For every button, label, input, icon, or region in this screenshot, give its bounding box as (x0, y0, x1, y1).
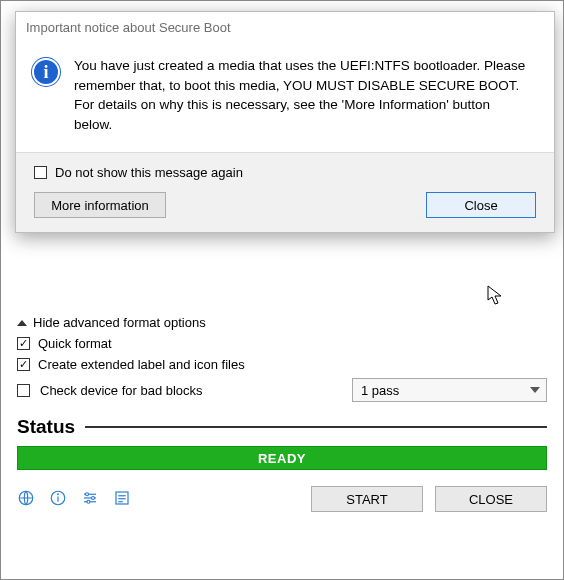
label-bad-blocks: Check device for bad blocks (40, 383, 203, 398)
dialog-close-button[interactable]: Close (426, 192, 536, 218)
toggle-advanced-format[interactable]: Hide advanced format options (17, 315, 547, 330)
svg-point-9 (87, 500, 90, 503)
footer-icons (17, 489, 131, 510)
svg-point-3 (58, 493, 59, 494)
close-button-label: CLOSE (469, 492, 513, 507)
more-information-button[interactable]: More information (34, 192, 166, 218)
dialog-close-label: Close (464, 198, 497, 213)
dialog-title: Important notice about Secure Boot (26, 20, 231, 35)
caret-up-icon (17, 320, 27, 326)
checkbox-bad-blocks[interactable] (17, 384, 30, 397)
status-bar: READY (17, 446, 547, 470)
checkbox-extended-label[interactable] (17, 358, 30, 371)
secure-boot-dialog: Important notice about Secure Boot i You… (15, 11, 555, 233)
dialog-message: You have just created a media that uses … (74, 56, 532, 134)
select-passes[interactable]: 1 pass (352, 378, 547, 402)
information-icon: i (32, 58, 60, 86)
status-heading: Status (17, 416, 75, 438)
svg-point-7 (86, 492, 89, 495)
checkbox-dont-show-again[interactable] (34, 166, 47, 179)
svg-point-8 (92, 496, 95, 499)
globe-icon[interactable] (17, 489, 35, 510)
chevron-down-icon (530, 387, 540, 393)
toggle-advanced-label: Hide advanced format options (33, 315, 206, 330)
select-passes-value: 1 pass (361, 383, 399, 398)
dialog-titlebar[interactable]: Important notice about Secure Boot (16, 12, 554, 42)
close-button[interactable]: CLOSE (435, 486, 547, 512)
start-button-label: START (346, 492, 387, 507)
label-extended-label: Create extended label and icon files (38, 357, 245, 372)
dialog-message-1: You have just created a media that uses … (74, 56, 532, 95)
log-icon[interactable] (113, 489, 131, 510)
more-information-label: More information (51, 198, 149, 213)
dialog-message-2: For details on why this is necessary, se… (74, 95, 532, 134)
status-section-header: Status (17, 416, 547, 438)
label-quick-format: Quick format (38, 336, 112, 351)
settings-icon[interactable] (81, 489, 99, 510)
start-button[interactable]: START (311, 486, 423, 512)
checkbox-quick-format[interactable] (17, 337, 30, 350)
info-icon[interactable] (49, 489, 67, 510)
label-dont-show-again: Do not show this message again (55, 165, 243, 180)
